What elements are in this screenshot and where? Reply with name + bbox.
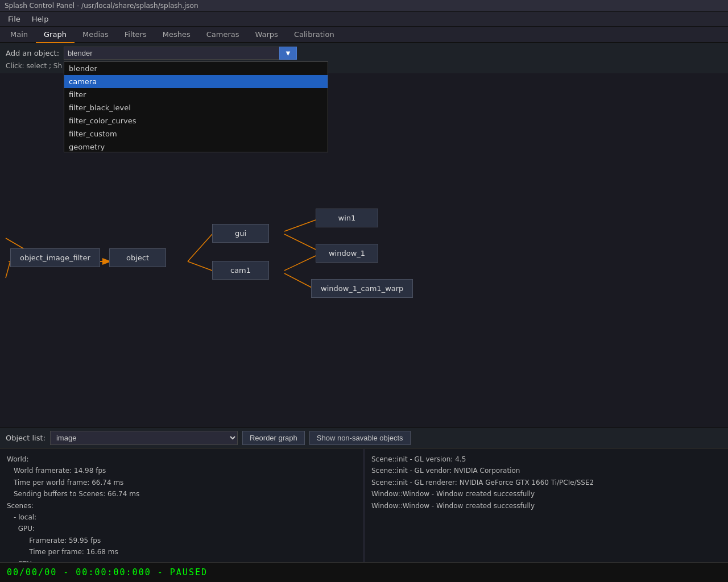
info-scenes: Scenes:: [7, 500, 357, 512]
svg-line-5: [284, 220, 316, 231]
node-label: win1: [338, 214, 356, 222]
node-object-image-filter[interactable]: object_image_filter: [10, 248, 100, 267]
object-list-label: Object list:: [6, 434, 46, 442]
svg-line-9: [6, 261, 10, 278]
info-gpu-time: Time per frame: 16.68 ms: [7, 546, 357, 558]
log-gl-vendor: Scene::init - GL vendor: NVIDIA Corporat…: [371, 465, 721, 476]
dropdown-item-filter[interactable]: filter: [64, 88, 328, 101]
tab-medias[interactable]: Medias: [75, 27, 117, 43]
dropdown-item-blender[interactable]: blender: [64, 62, 328, 75]
object-list-bar: Object list: image Reorder graph Show no…: [0, 427, 728, 448]
tab-meshes[interactable]: Meshes: [155, 27, 198, 43]
info-panel: World: World framerate: 14.98 fps Time p…: [0, 448, 728, 562]
dropdown-item-camera[interactable]: camera: [64, 75, 328, 88]
add-object-dropdown-btn[interactable]: ▼: [279, 47, 297, 60]
dropdown-item-filter-color-curves[interactable]: filter_color_curves: [64, 114, 328, 127]
svg-line-3: [284, 234, 316, 250]
title-bar: Splash Control Panel - /usr/local/share/…: [0, 0, 728, 12]
log-window-1: Window::Window - Window created successf…: [371, 488, 721, 500]
svg-line-6: [284, 273, 313, 288]
log-window-2: Window::Window - Window created successf…: [371, 500, 721, 512]
tab-graph[interactable]: Graph: [36, 27, 75, 43]
info-world: World:: [7, 454, 357, 465]
menu-help[interactable]: Help: [26, 13, 55, 25]
node-object[interactable]: object: [109, 248, 166, 267]
node-label: object: [126, 253, 149, 262]
info-cpu: CPU:: [7, 558, 357, 562]
node-label: window_1: [329, 249, 365, 257]
info-gpu-framerate: Framerate: 59.95 fps: [7, 535, 357, 546]
right-info: Scene::init - GL version: 4.5 Scene::ini…: [365, 449, 728, 562]
node-window-1-cam1-warp[interactable]: window_1_cam1_warp: [311, 279, 413, 298]
object-list-select[interactable]: image: [50, 431, 238, 445]
left-info: World: World framerate: 14.98 fps Time p…: [0, 449, 365, 562]
info-gpu: GPU:: [7, 523, 357, 534]
svg-line-2: [188, 261, 212, 271]
menu-bar: File Help: [0, 12, 728, 27]
dropdown-item-filter-black-level[interactable]: filter_black_level: [64, 101, 328, 114]
svg-line-4: [284, 256, 316, 271]
info-world-framerate: World framerate: 14.98 fps: [7, 465, 357, 476]
info-local: - local:: [7, 512, 357, 523]
node-label: object_image_filter: [20, 253, 90, 262]
show-non-savable-btn[interactable]: Show non-savable objects: [309, 431, 411, 445]
node-cam1[interactable]: cam1: [212, 261, 269, 280]
tab-cameras[interactable]: Cameras: [198, 27, 247, 43]
info-sending-buffers: Sending buffers to Scenes: 66.74 ms: [7, 488, 357, 500]
node-win1[interactable]: win1: [316, 209, 378, 227]
reorder-graph-btn[interactable]: Reorder graph: [242, 431, 305, 445]
dropdown-item-geometry[interactable]: geometry: [64, 140, 328, 152]
log-gl-renderer: Scene::init - GL renderer: NVIDIA GeForc…: [371, 477, 721, 488]
node-window-1[interactable]: window_1: [316, 244, 378, 263]
tab-calibration[interactable]: Calibration: [286, 27, 342, 43]
menu-file[interactable]: File: [2, 13, 26, 25]
status-text: 00/00/00 - 00:00:00:000 - PAUSED: [7, 567, 208, 577]
status-bar: 00/00/00 - 00:00:00:000 - PAUSED: [0, 562, 728, 582]
add-object-input[interactable]: [64, 47, 280, 60]
dropdown-list[interactable]: blender camera filter filter_black_level…: [64, 61, 328, 152]
dropdown-item-filter-custom[interactable]: filter_custom: [64, 127, 328, 140]
main-content: Add an object: ▼ blender camera filter f…: [0, 43, 728, 562]
title-text: Splash Control Panel - /usr/local/share/…: [5, 2, 198, 10]
svg-line-1: [188, 234, 212, 261]
node-label: gui: [235, 229, 246, 238]
nav-bar: Main Graph Medias Filters Meshes Cameras…: [0, 27, 728, 43]
add-object-container: ▼ blender camera filter filter_black_lev…: [64, 47, 297, 60]
tab-main[interactable]: Main: [2, 27, 36, 43]
right-panel: [421, 73, 728, 427]
tab-warps[interactable]: Warps: [247, 27, 286, 43]
info-time-per-world: Time per world frame: 66.74 ms: [7, 477, 357, 488]
tab-filters[interactable]: Filters: [117, 27, 155, 43]
node-label: window_1_cam1_warp: [321, 284, 403, 293]
add-object-label: Add an object:: [6, 49, 59, 57]
toolbar: Add an object: ▼ blender camera filter f…: [0, 43, 728, 73]
node-label: cam1: [230, 266, 251, 275]
node-gui[interactable]: gui: [212, 224, 269, 243]
log-gl-version: Scene::init - GL version: 4.5: [371, 454, 721, 465]
